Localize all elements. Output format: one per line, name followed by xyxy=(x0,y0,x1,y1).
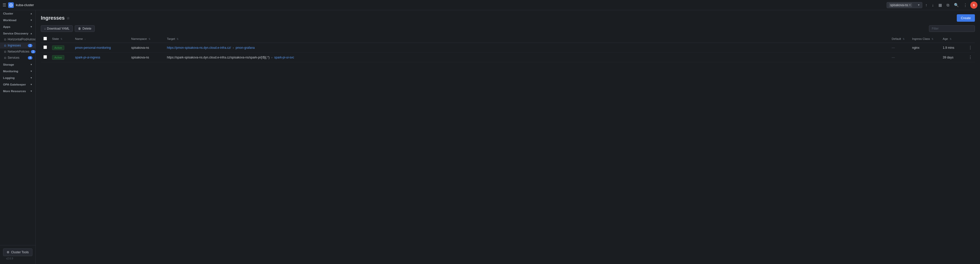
row2-namespace: spisakova-ns xyxy=(131,56,149,59)
sidebar-section-service-discovery: Service Discovery ▲ ⊡ HorizontalPodAutos… xyxy=(0,30,35,61)
namespace-sort-icon: ⇅ xyxy=(148,38,151,40)
sidebar-item-hpa[interactable]: ⊡ HorizontalPodAutoscalers 0 xyxy=(0,36,35,42)
sidebar-item-ingresses[interactable]: ⊡ Ingresses 2 xyxy=(0,42,35,49)
th-name[interactable]: Name ↓ xyxy=(73,35,129,43)
more-options-icon[interactable]: ⋮ xyxy=(962,2,969,8)
th-state-label: State xyxy=(52,37,59,40)
row1-ingress-class-cell: nginx xyxy=(910,43,940,52)
namespace-value: spisakova-ns xyxy=(890,3,908,7)
delete-button[interactable]: 🗑 Delete xyxy=(75,25,95,32)
sidebar-service-discovery-header[interactable]: Service Discovery ▲ xyxy=(0,30,35,36)
cluster-name: kuba-cluster xyxy=(16,3,34,7)
row2-default-cell: — xyxy=(889,52,910,62)
row2-target-cell: https://spark-spisakova-ns.dyn.cloud.e-i… xyxy=(164,52,889,62)
row1-target-url[interactable]: https://pmon-spisakova-ns.dyn.cloud.e-in… xyxy=(167,46,231,49)
ingresses-icon: ⊡ xyxy=(4,44,6,47)
state-sort-icon: ⇅ xyxy=(60,38,62,40)
row1-target-cell: https://pmon-spisakova-ns.dyn.cloud.e-in… xyxy=(164,43,889,52)
th-default[interactable]: Default ⇅ xyxy=(889,35,910,43)
sidebar-cluster-header[interactable]: Cluster ▲ xyxy=(0,10,35,16)
th-target[interactable]: Target ⇅ xyxy=(164,35,889,43)
network-policies-icon: ⊡ xyxy=(4,50,6,53)
grid-icon[interactable]: ▦ xyxy=(937,2,943,8)
workload-label: Workload xyxy=(3,19,16,22)
table-body: Active pmon-personal-monitoring spisakov… xyxy=(41,43,975,62)
row1-checkbox[interactable] xyxy=(43,45,47,49)
row1-state-cell: Active xyxy=(49,43,73,52)
th-namespace[interactable]: Namespace ⇅ xyxy=(129,35,164,43)
th-ingress-class[interactable]: Ingress Class ⇅ xyxy=(910,35,940,43)
app-logo xyxy=(8,2,14,8)
ingresses-label: Ingresses xyxy=(8,44,21,47)
hpa-label: HorizontalPodAutoscalers xyxy=(8,38,36,41)
sidebar-section-logging: Logging ▼ xyxy=(0,75,35,81)
age-sort-icon: ⇅ xyxy=(950,38,952,40)
sidebar-section-storage: Storage ▼ xyxy=(0,61,35,67)
row2-checkbox[interactable] xyxy=(43,55,47,59)
logging-label: Logging xyxy=(3,76,14,80)
row2-target-service[interactable]: spark-pi-ui-svc xyxy=(274,56,294,59)
ingresses-table: State ⇅ Name ↓ Namespace ⇅ Target xyxy=(41,35,975,62)
sidebar-more-resources-header[interactable]: More Resources ▼ xyxy=(0,88,35,94)
topbar-right: spisakova-ns ✕ ▼ ↑ ↓ ▦ ⧉ 🔍 ⋮ S xyxy=(886,2,977,9)
sidebar-logging-header[interactable]: Logging ▼ xyxy=(0,75,35,81)
sidebar-item-services[interactable]: ⊡ Services 4 xyxy=(0,55,35,61)
download-yaml-button[interactable]: ↓ Download YAML xyxy=(41,25,73,32)
th-actions xyxy=(966,35,975,43)
sidebar-apps-header[interactable]: Apps ▼ xyxy=(0,24,35,30)
th-default-label: Default xyxy=(892,37,901,40)
storage-label: Storage xyxy=(3,63,14,66)
select-all-checkbox[interactable] xyxy=(43,37,47,40)
row1-actions-cell[interactable]: ⋮ xyxy=(966,43,975,52)
download-icon[interactable]: ↓ xyxy=(931,2,935,8)
row1-target-service[interactable]: pmon-grafana xyxy=(235,46,255,49)
page-title: Ingresses xyxy=(41,15,65,21)
th-name-label: Name xyxy=(75,37,83,40)
content-area: Ingresses ☆ Create ↓ Download YAML 🗑 Del… xyxy=(36,10,980,264)
sidebar-item-network-policies[interactable]: ⊡ NetworkPolicies 2 xyxy=(0,49,35,55)
th-state[interactable]: State ⇅ xyxy=(49,35,73,43)
cluster-tools-button[interactable]: ⚙ Cluster Tools xyxy=(3,248,32,256)
sidebar-opa-header[interactable]: OPA Gatekeeper ▼ xyxy=(0,81,35,87)
version-text: v2.6.9 xyxy=(3,256,32,261)
sidebar-section-opa: OPA Gatekeeper ▼ xyxy=(0,81,35,87)
row2-actions-cell[interactable]: ⋮ xyxy=(966,52,975,62)
target-sort-icon: ⇅ xyxy=(177,38,179,40)
sidebar-section-more-resources: More Resources ▼ xyxy=(0,88,35,94)
row2-state-badge: Active xyxy=(52,55,64,60)
upload-icon[interactable]: ↑ xyxy=(924,2,929,8)
namespace-tag: spisakova-ns ✕ xyxy=(889,3,912,7)
sidebar-section-workload: Workload ▼ xyxy=(0,17,35,23)
filter-input[interactable] xyxy=(929,25,975,32)
opa-chevron-icon: ▼ xyxy=(30,83,32,86)
network-policies-badge: 2 xyxy=(31,50,35,53)
row2-age-cell: 39 days xyxy=(940,52,966,62)
namespace-selector[interactable]: spisakova-ns ✕ ▼ xyxy=(886,2,922,8)
table: State ⇅ Name ↓ Namespace ⇅ Target xyxy=(41,35,975,62)
create-button[interactable]: Create xyxy=(957,14,975,22)
favorite-star-icon[interactable]: ☆ xyxy=(67,16,70,20)
row1-namespace: spisakova-ns xyxy=(131,46,149,49)
apps-chevron-icon: ▼ xyxy=(30,25,32,28)
sidebar-storage-header[interactable]: Storage ▼ xyxy=(0,61,35,67)
table-head: State ⇅ Name ↓ Namespace ⇅ Target xyxy=(41,35,975,43)
th-age[interactable]: Age ⇅ xyxy=(940,35,966,43)
network-policies-label: NetworkPolicies xyxy=(8,50,29,53)
page-header: Ingresses ☆ Create xyxy=(41,14,975,22)
row1-checkbox-cell xyxy=(41,43,49,52)
row1-name-link[interactable]: pmon-personal-monitoring xyxy=(75,46,111,49)
sidebar-workload-header[interactable]: Workload ▼ xyxy=(0,17,35,23)
opa-label: OPA Gatekeeper xyxy=(3,83,26,86)
page-title-area: Ingresses ☆ xyxy=(41,15,70,21)
copy-icon[interactable]: ⧉ xyxy=(945,2,951,8)
namespace-remove-icon[interactable]: ✕ xyxy=(909,3,911,6)
search-icon[interactable]: 🔍 xyxy=(953,2,960,8)
menu-icon[interactable]: ☰ xyxy=(3,3,6,7)
row2-arrow-icon: › xyxy=(272,56,272,59)
row1-default-cell: — xyxy=(889,43,910,52)
sidebar-monitoring-header[interactable]: Monitoring ▼ xyxy=(0,68,35,74)
row2-name-link[interactable]: spark-pi-ui-ingress xyxy=(75,56,100,59)
row1-arrow-icon: › xyxy=(233,46,234,49)
row2-target-url: https://spark-spisakova-ns.dyn.cloud.e-i… xyxy=(167,56,269,59)
user-avatar[interactable]: S xyxy=(970,2,977,9)
